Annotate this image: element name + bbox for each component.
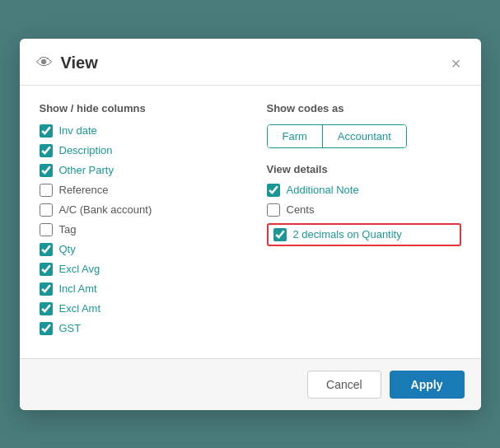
highlighted-row: 2 decimals on Quantity [267, 223, 461, 246]
label-decimals_qty: 2 decimals on Quantity [293, 228, 402, 240]
cancel-button[interactable]: Cancel [307, 371, 381, 399]
toggle-farm-button[interactable]: Farm [268, 125, 323, 147]
list-item: Reference [40, 184, 234, 197]
list-item: Inv date [40, 124, 234, 138]
checkbox-ac_bank[interactable] [40, 203, 53, 217]
checkbox-excl_avg[interactable] [40, 263, 53, 276]
view-modal: 👁 View × Show / hide columns Inv dateDes… [20, 39, 481, 410]
view-details-title: View details [267, 163, 461, 175]
modal-title: View [61, 54, 448, 72]
modal-body: Show / hide columns Inv dateDescriptionO… [20, 86, 481, 358]
list-item: Incl Amt [40, 282, 234, 296]
checkbox-decimals_qty[interactable] [273, 228, 287, 241]
list-item: Excl Amt [40, 302, 234, 315]
checkbox-tag[interactable] [40, 223, 53, 236]
modal-header: 👁 View × [20, 39, 481, 86]
list-item: Other Party [40, 164, 234, 177]
list-item: Cents [267, 203, 461, 217]
list-item: GST [40, 322, 234, 335]
checkbox-qty[interactable] [40, 243, 53, 256]
columns-section-title: Show / hide columns [40, 102, 234, 114]
label-gst: GST [59, 322, 82, 334]
checkbox-cents[interactable] [267, 203, 280, 217]
checkbox-additional_note[interactable] [267, 184, 280, 197]
label-qty: Qty [59, 243, 76, 255]
codes-toggle-group: Farm Accountant [267, 124, 407, 148]
apply-button[interactable]: Apply [390, 371, 465, 399]
close-button[interactable]: × [448, 52, 465, 75]
view-details-list: Additional NoteCents2 decimals on Quanti… [267, 184, 461, 246]
label-excl_amt: Excl Amt [59, 302, 101, 315]
label-excl_avg: Excl Avg [59, 263, 100, 275]
modal-footer: Cancel Apply [20, 358, 481, 410]
checkbox-incl_amt[interactable] [40, 282, 53, 296]
left-column: Show / hide columns Inv dateDescriptionO… [40, 102, 234, 342]
label-description: Description [59, 144, 113, 156]
list-item: Qty [40, 243, 234, 256]
list-item: Tag [40, 223, 234, 236]
eye-icon: 👁 [36, 54, 53, 72]
label-incl_amt: Incl Amt [59, 282, 97, 295]
list-item: A/C (Bank account) [40, 203, 234, 217]
list-item: Additional Note [267, 184, 461, 197]
label-reference: Reference [59, 184, 109, 196]
checkbox-excl_amt[interactable] [40, 302, 53, 315]
checkboxes-list: Inv dateDescriptionOther PartyReferenceA… [40, 124, 234, 335]
right-column: Show codes as Farm Accountant View detai… [267, 102, 461, 342]
checkbox-inv_date[interactable] [40, 124, 53, 138]
checkbox-reference[interactable] [40, 184, 53, 197]
toggle-accountant-button[interactable]: Accountant [323, 125, 406, 147]
list-item: Description [40, 144, 234, 157]
label-inv_date: Inv date [59, 124, 97, 137]
label-ac_bank: A/C (Bank account) [59, 203, 152, 216]
checkbox-description[interactable] [40, 144, 53, 157]
list-item: Excl Avg [40, 263, 234, 276]
label-tag: Tag [59, 223, 77, 236]
label-additional_note: Additional Note [287, 184, 359, 196]
checkbox-gst[interactable] [40, 322, 53, 335]
checkbox-other_party[interactable] [40, 164, 53, 177]
label-other_party: Other Party [59, 164, 114, 176]
label-cents: Cents [287, 203, 315, 216]
codes-section-title: Show codes as [267, 102, 461, 114]
